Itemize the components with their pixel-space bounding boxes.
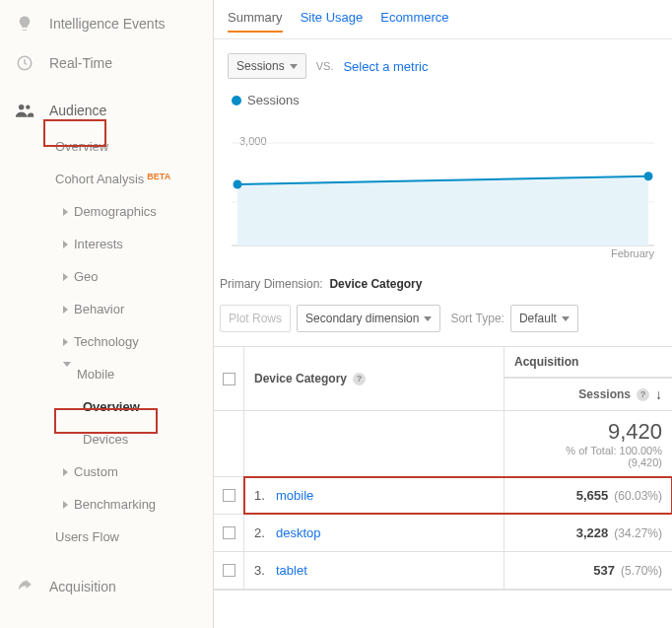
row-index: 2. — [254, 525, 276, 540]
caret-right-icon — [63, 208, 68, 216]
row-checkbox[interactable] — [223, 526, 235, 539]
dd-label: Secondary dimension — [305, 312, 419, 325]
cohort-label: Cohort Analysis — [55, 172, 144, 186]
table-row[interactable]: 2.desktop3,228(34.27%) — [214, 515, 672, 552]
total-sessions: 9,420 — [514, 419, 662, 445]
sidebar-item-technology[interactable]: Technology — [57, 325, 213, 358]
sidebar-item-users-flow[interactable]: Users Flow — [49, 521, 213, 553]
sub-label: Geo — [74, 269, 99, 284]
legend-dot-icon — [232, 96, 241, 105]
tab-site-usage[interactable]: Site Usage — [301, 10, 364, 33]
tab-ecommerce[interactable]: Ecommerce — [380, 10, 448, 33]
device-name-link[interactable]: tablet — [276, 563, 307, 578]
row-pct: (5.70%) — [621, 564, 662, 578]
nav-intelligence-events[interactable]: Intelligence Events — [0, 4, 213, 43]
select-metric-link[interactable]: Select a metric — [343, 59, 428, 74]
sessions-chart: 3,000 1,500 February — [232, 113, 654, 259]
caret-right-icon — [63, 241, 68, 248]
sub-label: Mobile — [77, 367, 114, 382]
metric-label: Sessions — [236, 59, 285, 73]
sidebar-item-benchmarking[interactable]: Benchmarking — [57, 488, 213, 521]
help-icon[interactable]: ? — [353, 373, 366, 385]
caret-right-icon — [63, 338, 68, 346]
nav-audience[interactable]: Audience — [0, 91, 213, 130]
row-value: 3,228 — [576, 525, 609, 540]
caret-right-icon — [63, 273, 68, 281]
clock-icon — [14, 52, 35, 74]
chevron-down-icon — [562, 316, 570, 321]
nav-label: Intelligence Events — [49, 16, 166, 32]
chart-legend: Sessions — [214, 93, 672, 113]
secondary-dimension-dropdown[interactable]: Secondary dimension — [297, 305, 440, 332]
col-device-category[interactable]: Device Category ? — [244, 347, 504, 410]
svg-point-2 — [26, 105, 30, 109]
primary-dimension: Primary Dimension: Device Category — [214, 259, 672, 297]
row-value: 5,655 — [576, 488, 609, 503]
table-row[interactable]: 1.mobile5,655(60.03%) — [214, 477, 672, 515]
row-checkbox[interactable] — [223, 564, 235, 577]
sub-label: Interests — [74, 237, 123, 251]
nav-realtime[interactable]: Real-Time — [0, 43, 213, 83]
sidebar-item-mobile-overview[interactable]: Overview — [77, 390, 213, 423]
caret-right-icon — [63, 501, 68, 509]
sidebar-item-custom[interactable]: Custom — [57, 455, 213, 488]
col-sessions[interactable]: Sessions ? ↓ — [504, 378, 672, 410]
sub-tabs: Summary Site Usage Ecommerce — [214, 0, 672, 38]
row-index: 3. — [254, 563, 276, 578]
col-label: Device Category — [254, 372, 347, 385]
total-raw: (9,420) — [514, 456, 662, 468]
sub-label: Demographics — [74, 204, 157, 219]
nav-label: Real-Time — [49, 55, 112, 71]
row-pct: (34.27%) — [614, 526, 662, 540]
data-table: Device Category ? Acquisition Sessions ?… — [214, 346, 672, 591]
sidebar-item-cohort[interactable]: Cohort AnalysisBETA — [49, 163, 213, 195]
device-name-link[interactable]: desktop — [276, 525, 321, 540]
nav-label: Audience — [49, 103, 106, 118]
table-summary-row: 9,420 % of Total: 100.00% (9,420) — [214, 411, 672, 477]
sidebar-item-overview[interactable]: Overview — [49, 130, 213, 163]
help-icon[interactable]: ? — [637, 388, 649, 401]
people-icon — [14, 100, 35, 121]
dd-label: Default — [519, 312, 557, 325]
sidebar-item-interests[interactable]: Interests — [57, 228, 213, 260]
nav-acquisition[interactable]: Acquisition — [0, 567, 213, 606]
sub-label: Benchmarking — [74, 497, 156, 512]
svg-point-7 — [644, 172, 653, 180]
tab-summary[interactable]: Summary — [228, 10, 283, 33]
table-row[interactable]: 3.tablet537(5.70%) — [214, 552, 672, 590]
select-all-checkbox[interactable] — [223, 373, 235, 385]
plot-rows-button: Plot Rows — [220, 305, 291, 332]
arrow-share-icon — [14, 576, 35, 597]
sort-type-dropdown[interactable]: Default — [510, 305, 578, 332]
sidebar-item-behavior[interactable]: Behavior — [57, 293, 213, 325]
lightbulb-icon — [14, 13, 35, 35]
vs-label: VS. — [316, 60, 334, 72]
sidebar-item-mobile[interactable]: Mobile — [57, 358, 213, 390]
total-pct: % of Total: 100.00% — [514, 445, 662, 456]
svg-point-6 — [233, 180, 241, 189]
col-group-acquisition: Acquisition — [504, 347, 672, 378]
sub-label: Custom — [74, 464, 118, 479]
col-label: Sessions — [578, 387, 631, 401]
sidebar-item-mobile-devices[interactable]: Devices — [77, 423, 213, 455]
chevron-down-icon — [290, 64, 298, 69]
device-name-link[interactable]: mobile — [276, 488, 313, 503]
legend-label: Sessions — [247, 93, 300, 107]
sort-arrow-down-icon: ↓ — [655, 386, 662, 402]
caret-right-icon — [63, 306, 68, 314]
caret-right-icon — [63, 468, 68, 476]
nav-label: Acquisition — [49, 579, 116, 594]
metric-dropdown[interactable]: Sessions — [228, 53, 306, 79]
sort-type-label: Sort Type: — [450, 312, 504, 325]
row-pct: (60.03%) — [614, 489, 662, 503]
row-value: 537 — [593, 563, 615, 578]
caret-down-icon — [63, 362, 71, 382]
sidebar-item-geo[interactable]: Geo — [57, 260, 213, 293]
row-index: 1. — [254, 488, 276, 503]
sub-label: Behavior — [74, 302, 124, 316]
beta-badge: BETA — [147, 172, 170, 181]
sidebar-item-demographics[interactable]: Demographics — [57, 195, 213, 228]
chevron-down-icon — [424, 316, 432, 321]
row-checkbox[interactable] — [223, 489, 235, 502]
svg-point-1 — [19, 105, 25, 110]
